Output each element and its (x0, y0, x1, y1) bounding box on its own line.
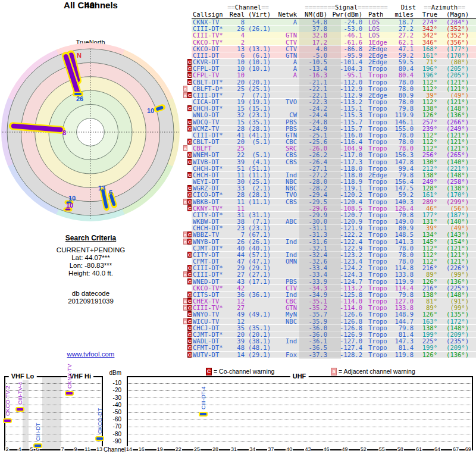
cell-nm: -26.2 (292, 152, 327, 158)
cell-v: (27.1) (241, 271, 271, 278)
table-row: CCFPL-DT10(10.1)A-13.4-104.3Tropo80.4196… (192, 65, 476, 71)
co-channel-warning-badge: C (187, 252, 192, 258)
cell-p: -126.8 (324, 318, 362, 325)
cell-m: (356°) (433, 39, 469, 46)
adjacent-channel-warning-badge: a (183, 305, 187, 311)
channel-tick: 40 (286, 446, 293, 453)
cell-r: 22 (215, 152, 245, 158)
table-row: CCJMT-DT*20(20.1)-36.0-126.9Tropo81.4199… (192, 331, 476, 337)
gridline (6, 441, 101, 442)
cell-r: 39 (215, 159, 245, 165)
spectrum-marker-CIII-DT-4 (199, 412, 208, 417)
table-row: CIII-DT*41(41.1)GTN-25.1-116.0Tropo78.01… (192, 132, 476, 138)
radar-channel-label: 10 (147, 107, 154, 114)
cell-v: (36.1) (241, 292, 271, 298)
radar-marker-CKVR-DT (158, 108, 162, 109)
channel-tick: 28 (212, 446, 219, 453)
channel-tick: 2 (5, 446, 9, 453)
cell-r: 26 (215, 239, 245, 245)
cell-r: 28 (215, 192, 245, 198)
tvfool-link-wrap: www.tvfool.com (18, 350, 164, 358)
cell-nm: 32.8 (292, 32, 327, 39)
cell-v: (10.1) (241, 65, 271, 72)
cell-r: 15 (215, 119, 245, 126)
cell-v: (17.1) (241, 278, 271, 285)
cell-p: -126.6 (324, 311, 362, 318)
cell-v: (29.1) (241, 352, 271, 358)
co-channel-warning-badge: C (187, 278, 192, 284)
table-row: CCFPL-TV10A-16.3-95.1Tropo80.4196°(205°) (192, 72, 476, 78)
spectrum-station-label: CKNX-TV (67, 364, 73, 389)
north-label: N (77, 52, 82, 59)
table-row: CWUTV-DT14(29.1)Fox-37.3-128.2Tropo119.8… (192, 352, 476, 358)
cell-r: 11 (215, 199, 245, 205)
adjacent-channel-warning-badge: a (183, 231, 187, 237)
cell-p: -61.6 (324, 39, 362, 46)
radar-channel-label: 13 (98, 184, 105, 192)
channel-tick: 69 (465, 446, 472, 453)
cell-nm: -24.8 (292, 119, 327, 126)
search-lat: Lat: 44.07*** (18, 254, 164, 262)
cell-r: 10 (215, 72, 245, 79)
table-row: CCBLT-DT*20(20.1)-21.1-112.0Tropo78.0112… (192, 79, 476, 85)
channel-tick: 52 (360, 446, 367, 453)
cell-v (241, 32, 271, 39)
cell-v: (28.1) (241, 192, 271, 198)
table-row: CKCO-TV*42CTV-34.3-113.2Tropo114.4216°(2… (192, 285, 476, 291)
channel-tick: 55 (378, 446, 386, 453)
co-channel-warning-badge: C (187, 192, 192, 198)
gridline (129, 405, 471, 405)
dbm-tick-label: -10 (94, 380, 121, 386)
co-channel-warning-badge: C (187, 105, 192, 111)
channel-axis-label: Channel (104, 446, 126, 453)
co-channel-warning-badge: C (187, 345, 192, 350)
cell-v: (23.1) (241, 112, 271, 118)
table-row: CIII-DT*26(26.1)37.8-53.0LOS27.2342°(352… (192, 26, 476, 32)
gridline (6, 412, 101, 413)
cell-v: (20.1) (241, 79, 271, 86)
channel-tick: 14 (126, 446, 133, 453)
co-channel-warning-badge: C (187, 265, 192, 271)
channel-tick: 46 (323, 446, 330, 453)
table-row: aCCHEX-TV12CBC-35.1-114.0Tropo127.081°(9… (192, 298, 476, 304)
cell-r: 43 (215, 278, 245, 285)
table-row: CIII-TV*4GTN32.8-46.1LOS27.2342°(352°) (192, 32, 476, 38)
cell-p: -122.4 (324, 239, 362, 245)
adjacent-channel-warning-badge: a (183, 86, 187, 92)
band-title-uhf: UHF (290, 373, 309, 380)
table-row: aCCIII-DT*27(27.1)-33.4-124.3Tropo133.88… (192, 271, 476, 277)
cell-nm: -21.1 (292, 79, 327, 86)
cell-r: 48 (215, 345, 245, 351)
cell-m: (136°) (433, 352, 469, 358)
adjacent-channel-warning-badge: a (183, 318, 187, 324)
channel-tick: 58 (397, 446, 404, 453)
radar-channel-label: 10 (68, 195, 76, 202)
cell-p: -117.3 (324, 159, 362, 165)
table-row: CCKVR-DT10(10.1)A-10.5-101.42Edge59.571°… (192, 59, 476, 65)
table-row: CCHCH-DT*15(15.1)-24.2-115.1Tropo79.8138… (192, 105, 476, 111)
table-row: CWIVB-DT39(4.1)CBS-26.4-117.3Tropo147.81… (192, 159, 476, 165)
cell-p: -124.3 (324, 271, 362, 278)
channel-tick: 5 (29, 446, 33, 453)
channel-tick: 43 (304, 446, 311, 453)
radar-channel-label: 26 (76, 95, 83, 102)
co-channel-warning-badge: C (187, 159, 192, 165)
table-row: CCFMT-DT*48(48.1)-36.5-127.4Tropo81.4199… (192, 345, 476, 350)
gridline (129, 441, 471, 442)
channel-tick: 37 (267, 446, 274, 453)
adjacent-channel-warning-badge: a (183, 239, 187, 245)
band-title-vhf-lo: VHF Lo (9, 373, 37, 380)
cell-m: (136°) (433, 278, 469, 285)
tvfool-link[interactable]: www.tvfool.com (67, 350, 115, 358)
cell-r: 49 (215, 311, 245, 318)
cell-r: 32 (215, 112, 245, 118)
cell-p: -95.1 (324, 72, 362, 79)
signal-table: ==Channel== ========Signal======== Dist … (192, 2, 476, 361)
cell-nm: -24.4 (292, 112, 327, 118)
table-row: aCCIII-TV*27GTN-35.2-114.0Tropo133.889°(… (192, 305, 476, 311)
cell-p: -46.1 (324, 32, 362, 39)
gridline (6, 434, 101, 434)
cell-p: -115.3 (324, 112, 362, 118)
channel-tick: 4 (17, 446, 21, 453)
table-row: CCIII-DT*29(29.1)-33.4-124.2Tropo114.821… (192, 265, 476, 271)
